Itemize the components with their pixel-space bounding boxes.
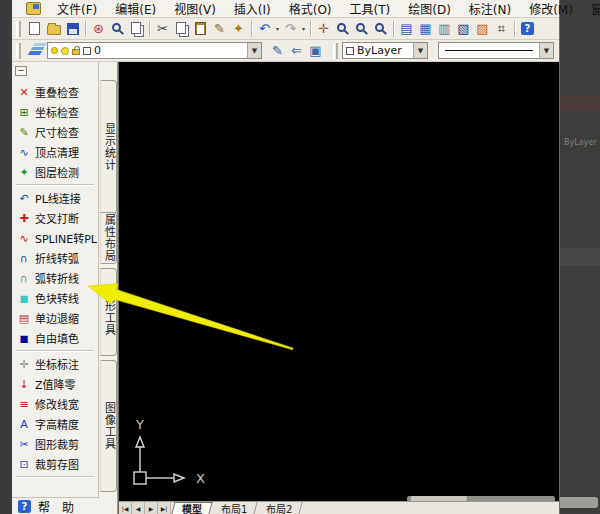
tool-item-label: 交叉打断	[35, 210, 79, 226]
menu-item-9[interactable]: 窗口(W)	[583, 0, 600, 18]
color-combo-value: ByLayer	[357, 44, 402, 57]
tool-item-free-fill[interactable]: ◼自由填色	[12, 328, 98, 348]
linetype-combo[interactable]: ▼	[438, 42, 554, 59]
sheetset-manager-icon[interactable]: ▧	[454, 19, 473, 38]
layout-tab-2[interactable]: 布局2	[257, 502, 303, 514]
prev-tab-button[interactable]: ◀	[132, 502, 145, 514]
menu-item-3[interactable]: 插入(I)	[226, 0, 279, 18]
toolbar-separator	[85, 21, 86, 37]
menu-item-6[interactable]: 绘图(D)	[400, 0, 459, 18]
cad-application-window: 文件(F)编辑(E)视图(V)插入(I)格式(O)工具(T)绘图(D)标注(N)…	[12, 0, 560, 514]
text-height-precision-icon: A	[17, 419, 31, 430]
tool-item-arc-to-polyline[interactable]: ∩弧转折线	[12, 268, 98, 288]
layer-states-icon[interactable]: ▣	[306, 41, 325, 60]
layout-tab-1[interactable]: 布局1	[212, 502, 258, 514]
pan-icon[interactable]: ✛	[314, 19, 333, 38]
linetype-combo-dropdown[interactable]: ▼	[539, 43, 553, 58]
zoom-realtime-icon	[337, 23, 346, 32]
pan-icon: ✛	[318, 22, 329, 35]
single-side-shrink-icon: ▤	[17, 313, 31, 324]
menu-item-8[interactable]: 修改(M)	[521, 0, 581, 18]
toolbar-grip[interactable]	[333, 43, 338, 59]
next-tab-button[interactable]: ▶	[145, 502, 158, 514]
zoom-window-icon[interactable]	[352, 19, 371, 38]
pencil-edit-icon[interactable]: ✎	[210, 19, 229, 38]
drawing-canvas[interactable]: |◀◀▶▶|模型布局1布局2	[118, 62, 559, 514]
tool-item-vertex-cleanup[interactable]: ∿顶点清理	[12, 142, 98, 162]
cut-icon[interactable]: ✂	[153, 19, 172, 38]
color-combo-dropdown[interactable]: ▼	[413, 43, 427, 58]
plot-icon[interactable]: ⊛	[89, 19, 108, 38]
tool-item-coordinate-check[interactable]: ⊞坐标检查	[12, 102, 98, 122]
redo-icon-dropdown[interactable]: ▾	[300, 19, 307, 38]
match-properties-icon[interactable]: ✦	[229, 19, 248, 38]
tool-palettes-icon[interactable]: ▥	[435, 19, 454, 38]
tool-item-label: 修改线宽	[35, 396, 79, 412]
zoom-previous-icon[interactable]	[371, 19, 390, 38]
tool-item-pline-join[interactable]: ↶PL线连接	[12, 188, 98, 208]
overlap-check-icon: ✕	[17, 87, 31, 98]
tool-item-single-side-shrink[interactable]: ▤单边退缩	[12, 308, 98, 328]
menu-item-1[interactable]: 编辑(E)	[107, 0, 164, 18]
tool-item-label: 折线转弧	[35, 250, 79, 266]
tool-item-text-height-precision[interactable]: A字高精度	[12, 414, 98, 434]
make-object-layer-current-icon[interactable]: ✎	[268, 41, 287, 60]
calculator-icon[interactable]: ⌗	[492, 19, 511, 38]
layer-combo-dropdown[interactable]: ▼	[247, 43, 261, 58]
tool-item-block-to-line[interactable]: ◼色块转线	[12, 288, 98, 308]
layer-previous-icon[interactable]: ⇐	[287, 41, 306, 60]
tool-item-graphic-clip[interactable]: ✂图形裁剪	[12, 434, 98, 454]
open-folder-icon[interactable]	[44, 19, 63, 38]
last-tab-button[interactable]: ▶|	[158, 502, 171, 514]
undo-icon-dropdown[interactable]: ▾	[274, 19, 281, 38]
side-tab-3[interactable]: 图像工具	[100, 360, 117, 492]
menu-item-4[interactable]: 格式(O)	[281, 0, 340, 18]
menu-item-2[interactable]: 视图(V)	[166, 0, 224, 18]
tool-item-label: 重叠检查	[35, 84, 79, 100]
layer-combo[interactable]: 0 ▼	[47, 42, 262, 59]
layer-freeze-icon	[61, 47, 69, 55]
tool-item-dimension-check[interactable]: ✎尺寸检查	[12, 122, 98, 142]
paste-icon[interactable]	[191, 19, 210, 38]
print-preview-icon[interactable]	[108, 19, 127, 38]
background-fragment-text: ByLayer	[564, 138, 597, 147]
designcenter-icon[interactable]: ▦	[416, 19, 435, 38]
first-tab-button[interactable]: |◀	[119, 502, 132, 514]
tool-item-cross-break[interactable]: ✚交叉打断	[12, 208, 98, 228]
tool-item-edit-lineweight[interactable]: ≡修改线宽	[12, 394, 98, 414]
toolbar-grip[interactable]	[16, 21, 21, 37]
side-tab-2[interactable]: 图形工具	[100, 268, 117, 356]
copy-icon[interactable]	[172, 19, 191, 38]
markup-icon[interactable]: ▨	[473, 19, 492, 38]
menu-item-7[interactable]: 标注(N)	[461, 0, 519, 18]
panel-help-button[interactable]: ? 帮 助	[12, 497, 99, 514]
paste-icon	[195, 22, 206, 35]
undo-icon[interactable]: ↶	[255, 19, 274, 38]
panel-minimize-button[interactable]: −	[15, 66, 27, 76]
help-icon[interactable]: ?	[518, 19, 537, 38]
save-icon[interactable]	[63, 19, 82, 38]
publish-icon[interactable]	[127, 19, 146, 38]
undo-icon: ↶	[259, 22, 270, 35]
side-tab-label: 图像工具	[101, 402, 117, 450]
layer-properties-icon[interactable]	[25, 41, 44, 60]
side-tab-0[interactable]: 显示统计	[100, 80, 117, 214]
tool-item-z-to-zero[interactable]: ↓Z值降零	[12, 374, 98, 394]
redo-icon[interactable]: ↷	[281, 19, 300, 38]
tool-item-layer-detect[interactable]: ✦图层检测	[12, 162, 98, 182]
menu-item-5[interactable]: 工具(T)	[342, 0, 399, 18]
new-file-icon[interactable]	[25, 19, 44, 38]
side-tab-1[interactable]: 属性布局	[100, 212, 117, 264]
tool-item-overlap-check[interactable]: ✕重叠检查	[12, 82, 98, 102]
tool-item-clip-save-image[interactable]: ⊡裁剪存图	[12, 454, 98, 474]
zoom-realtime-icon[interactable]	[333, 19, 352, 38]
properties-icon[interactable]: ▤	[397, 19, 416, 38]
tool-item-coordinate-dimension[interactable]: ✛坐标标注	[12, 354, 98, 374]
layout-tab-0[interactable]: 模型	[172, 502, 213, 514]
tool-item-spline-to-pl[interactable]: ∿SPLINE转PL	[12, 228, 98, 248]
menu-item-0[interactable]: 文件(F)	[49, 0, 105, 18]
tool-item-polyline-to-arc[interactable]: ∩折线转弧	[12, 248, 98, 268]
color-combo[interactable]: ByLayer ▼	[342, 42, 428, 59]
copy-icon	[176, 22, 186, 34]
toolbar-grip[interactable]	[16, 43, 21, 59]
